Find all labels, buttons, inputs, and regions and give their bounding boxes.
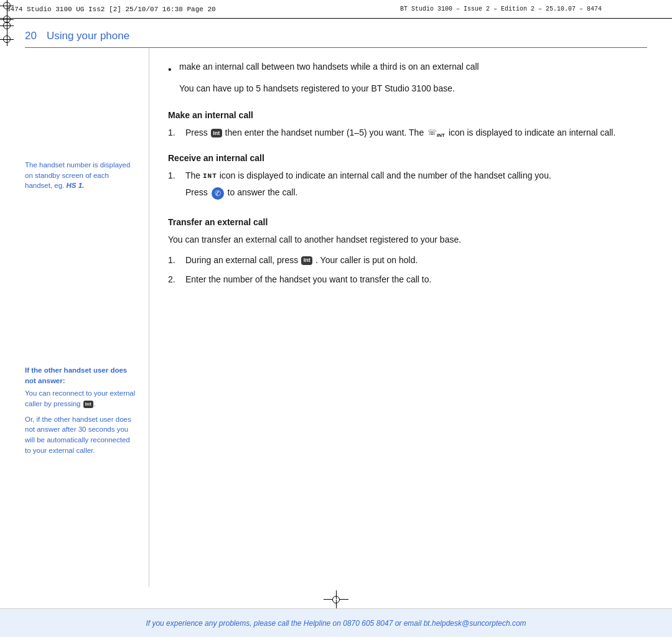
header-left: 8474 Studio 3100 UG Iss2 [2] 25/10/07 16… (6, 6, 336, 13)
section3-heading: Transfer an external call (168, 217, 647, 227)
bullet-item-1: • make an internal call between two hand… (168, 60, 647, 77)
step1-pre: Press (185, 128, 208, 137)
step3-1-num: 1. (168, 254, 180, 267)
step3-1-pre: During an external call, press (185, 255, 298, 265)
sidebar-warning-body1-text: You can reconnect to your external calle… (25, 389, 135, 407)
step1-num: 1. (168, 126, 180, 139)
step1-text: Press Int then enter the handset number … (185, 126, 647, 139)
header-right: BT Studio 3100 – Issue 2 – Edition 2 – 2… (336, 6, 666, 12)
page-title-bar: 20 Using your phone (0, 19, 672, 42)
sidebar-note: The handset number is displayed on stand… (25, 160, 136, 191)
section1-heading: Make an internal call (168, 110, 647, 120)
bullet-sub-para: You can have up to 5 handsets registered… (179, 82, 647, 95)
page-number: 20 (25, 30, 37, 42)
bottom-reg-mark (324, 590, 348, 608)
int-text-icon: INT (203, 173, 217, 180)
content-area: • make an internal call between two hand… (149, 48, 647, 587)
sidebar-warning-title: If the other handset user does not answe… (25, 365, 136, 386)
sidebar-warning-body2: Or, if the other handset user does not a… (25, 414, 136, 456)
step1-suffix: icon is displayed to indicate an interna… (449, 128, 616, 137)
bullet-text-1: make an internal call between two handse… (179, 60, 647, 77)
step3-1-suffix: . Your caller is put on hold. (315, 255, 418, 265)
phone-answer-icon: ✆ (212, 187, 224, 200)
transfer-step1: 1. During an external call, press Int . … (168, 254, 647, 267)
receive-internal-step1: 1. The INT icon is displayed to indicate… (168, 169, 647, 199)
phone-int-icon: ☏INT (427, 128, 445, 137)
reg-mark-bl (0, 0, 14, 12)
step2-num: 1. (168, 169, 180, 199)
step3-1-text: During an external call, press Int . You… (185, 254, 647, 267)
step3-2-text: Enter the number of the handset you want… (185, 273, 647, 286)
top-header: 8474 Studio 3100 UG Iss2 [2] 25/10/07 16… (0, 0, 672, 19)
page-title: Using your phone (47, 30, 129, 42)
sidebar-warning-body1: You can reconnect to your external calle… (25, 388, 136, 409)
section3-intro: You can transfer an external call to ano… (168, 233, 647, 246)
step3-2-num: 2. (168, 273, 180, 286)
make-internal-step1: 1. Press Int then enter the handset numb… (168, 126, 647, 139)
int-button-1: Int (211, 129, 222, 137)
int-button-2: Int (301, 256, 312, 265)
sidebar-note-example: HS 1. (67, 182, 85, 189)
sidebar-int-btn: Int (83, 401, 93, 408)
step2-sub-text: to answer the call. (228, 187, 298, 197)
step1-mid: then enter the handset number (1–5) you … (225, 128, 424, 137)
footer: If you experience any problems, please c… (0, 608, 672, 637)
bullet-section: • make an internal call between two hand… (168, 60, 647, 95)
main-content: The handset number is displayed on stand… (0, 48, 672, 637)
step2-pre: The (185, 170, 200, 180)
sidebar-warning: If the other handset user does not answe… (25, 365, 136, 455)
sidebar: The handset number is displayed on stand… (25, 48, 149, 587)
transfer-step2: 2. Enter the number of the handset you w… (168, 273, 647, 286)
section2-heading: Receive an internal call (168, 153, 647, 163)
footer-text: If you experience any problems, please c… (146, 619, 526, 628)
step2-main: icon is displayed to indicate an interna… (220, 170, 551, 180)
bullet-dot: • (168, 62, 173, 77)
step2-sub-pre: Press (185, 186, 208, 199)
step2-text: The INT icon is displayed to indicate an… (185, 169, 647, 199)
page-container: 20 Using your phone The handset number i… (0, 19, 672, 637)
